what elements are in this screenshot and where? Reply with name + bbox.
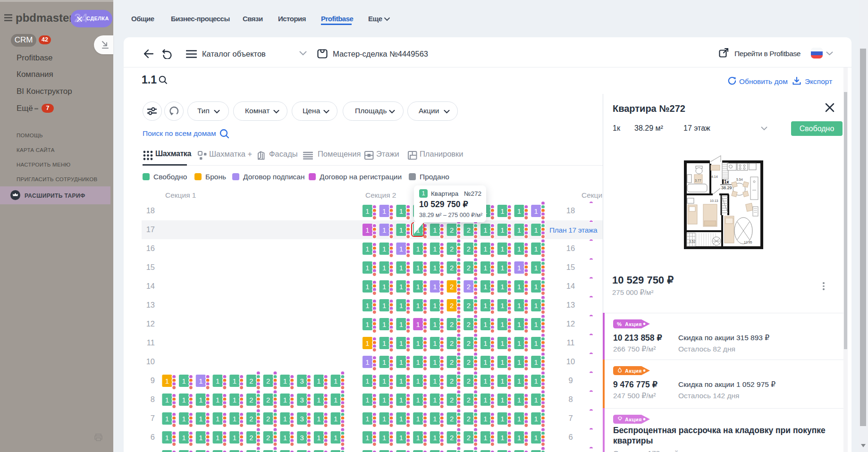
svg-text:1: 1 <box>283 434 287 442</box>
svg-text:1: 1 <box>382 434 386 442</box>
svg-text:1: 1 <box>416 339 420 347</box>
svg-text:1: 1 <box>199 415 202 423</box>
svg-text:5.54: 5.54 <box>736 178 743 181</box>
svg-text:1: 1 <box>399 245 403 253</box>
svg-text:1: 1 <box>365 339 369 347</box>
svg-text:1: 1 <box>382 245 386 253</box>
svg-text:1: 1 <box>500 264 504 272</box>
svg-text:2: 2 <box>467 283 471 291</box>
svg-text:1: 1 <box>399 396 403 404</box>
svg-text:1: 1 <box>433 377 437 385</box>
svg-text:2: 2 <box>249 377 253 385</box>
svg-text:1: 1 <box>165 415 169 423</box>
svg-text:1: 1 <box>416 320 420 328</box>
svg-text:2: 2 <box>467 358 471 366</box>
svg-text:1: 1 <box>382 396 386 404</box>
svg-text:1: 1 <box>500 415 504 423</box>
svg-text:2: 2 <box>467 339 471 347</box>
svg-text:2: 2 <box>467 396 471 404</box>
svg-text:2: 2 <box>450 320 454 328</box>
svg-text:1: 1 <box>534 377 538 385</box>
svg-text:1: 1 <box>182 415 185 423</box>
svg-text:1: 1 <box>534 301 538 310</box>
svg-text:1: 1 <box>199 396 202 404</box>
svg-text:1: 1 <box>517 358 521 366</box>
svg-text:1: 1 <box>483 377 487 385</box>
svg-text:1: 1 <box>534 396 538 404</box>
svg-text:1: 1 <box>416 396 420 404</box>
svg-text:1: 1 <box>216 377 219 385</box>
svg-text:2: 2 <box>249 396 253 404</box>
svg-text:1: 1 <box>365 245 369 253</box>
svg-text:1: 1 <box>517 207 521 215</box>
svg-text:1: 1 <box>365 415 369 423</box>
svg-text:1: 1 <box>382 283 386 291</box>
svg-text:1: 1 <box>283 415 287 423</box>
svg-text:3: 3 <box>300 434 304 442</box>
svg-text:1: 1 <box>399 320 403 328</box>
svg-text:1: 1 <box>517 339 521 347</box>
svg-text:38.29: 38.29 <box>721 185 732 190</box>
svg-text:1: 1 <box>416 245 420 253</box>
svg-text:1: 1 <box>165 434 169 442</box>
svg-text:1: 1 <box>233 396 236 404</box>
svg-text:1: 1 <box>233 415 236 423</box>
svg-text:1: 1 <box>382 301 386 310</box>
svg-text:2: 2 <box>450 377 454 385</box>
svg-text:1: 1 <box>233 377 236 385</box>
svg-text:3: 3 <box>300 377 304 385</box>
svg-text:2: 2 <box>450 396 454 404</box>
svg-text:1: 1 <box>433 264 437 272</box>
svg-text:1: 1 <box>165 396 169 404</box>
svg-text:1: 1 <box>283 396 287 404</box>
svg-text:1: 1 <box>534 358 538 366</box>
svg-text:2: 2 <box>450 415 454 423</box>
svg-text:1к: 1к <box>724 179 730 184</box>
svg-text:1: 1 <box>483 339 487 347</box>
svg-text:1: 1 <box>433 226 437 234</box>
svg-text:1: 1 <box>433 245 437 253</box>
svg-text:1: 1 <box>382 377 386 385</box>
svg-text:2: 2 <box>467 377 471 385</box>
svg-text:1: 1 <box>365 301 369 310</box>
svg-text:1: 1 <box>182 434 185 442</box>
svg-text:1: 1 <box>416 358 420 366</box>
svg-text:1: 1 <box>365 396 369 404</box>
svg-text:1: 1 <box>416 377 420 385</box>
svg-text:%: % <box>617 321 622 327</box>
svg-text:1: 1 <box>283 377 287 385</box>
svg-text:2: 2 <box>467 301 471 310</box>
svg-text:1: 1 <box>399 415 403 423</box>
svg-text:1: 1 <box>517 415 521 423</box>
svg-text:1: 1 <box>317 434 320 442</box>
svg-text:2: 2 <box>467 245 471 253</box>
svg-text:1: 1 <box>500 320 504 328</box>
svg-text:Акция: Акция <box>625 368 642 374</box>
svg-text:1: 1 <box>317 415 320 423</box>
svg-text:1: 1 <box>517 283 521 291</box>
svg-text:2: 2 <box>467 264 471 272</box>
svg-text:1: 1 <box>199 377 202 385</box>
svg-text:1: 1 <box>534 434 538 442</box>
svg-text:1: 1 <box>182 377 185 385</box>
svg-text:1: 1 <box>365 226 369 234</box>
svg-text:3: 3 <box>300 396 304 404</box>
svg-text:4.14: 4.14 <box>711 175 718 178</box>
svg-text:1: 1 <box>517 396 521 404</box>
svg-text:2: 2 <box>266 434 270 442</box>
svg-text:1: 1 <box>399 283 403 291</box>
svg-text:1: 1 <box>500 207 504 215</box>
svg-text:10.13: 10.13 <box>710 199 718 202</box>
svg-text:2: 2 <box>266 396 270 404</box>
svg-text:1: 1 <box>483 283 487 291</box>
svg-text:1: 1 <box>399 358 403 366</box>
svg-text:2: 2 <box>249 415 253 423</box>
svg-text:2: 2 <box>450 434 454 442</box>
svg-text:2: 2 <box>450 226 454 234</box>
svg-text:1: 1 <box>433 301 437 310</box>
svg-text:1: 1 <box>365 377 369 385</box>
svg-text:1: 1 <box>382 226 386 234</box>
svg-text:1: 1 <box>182 396 185 404</box>
svg-text:1: 1 <box>334 415 337 423</box>
svg-text:1: 1 <box>500 283 504 291</box>
